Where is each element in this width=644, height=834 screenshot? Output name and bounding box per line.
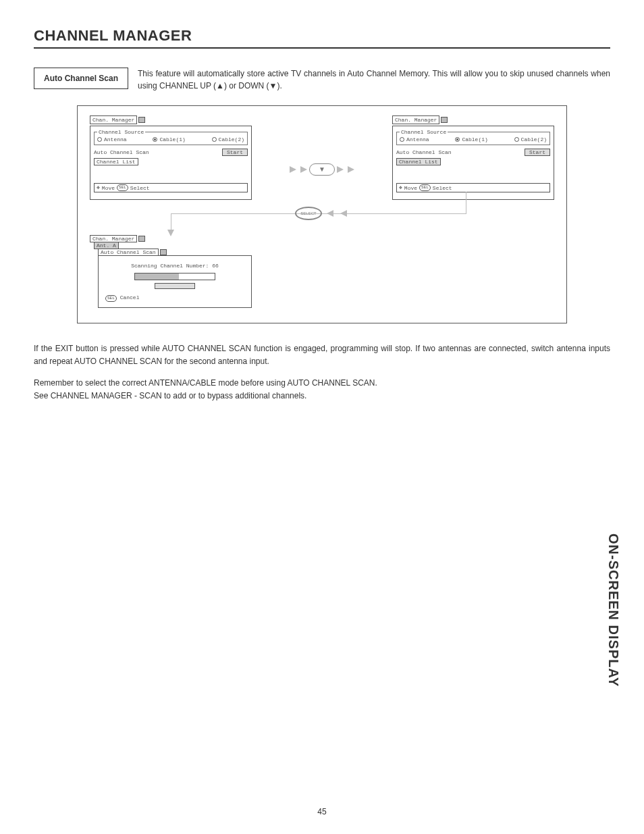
intro-row: Auto Channel Scan This feature will auto… [34,68,610,92]
diagram-panel: Chan. Manager Channel Source Antenna Cab… [77,105,567,323]
osd-right: Chan. Manager Channel Source Antenna Cab… [392,115,554,200]
auto-scan-label: Auto Channel Scan [94,149,149,155]
flow-arrow-right: ▼ [288,163,356,176]
channel-list-button[interactable]: Channel List [94,158,138,165]
auto-scan-label: Auto Channel Scan [396,149,452,155]
body-paragraph-2: Remember to select the correct ANTENNA/C… [34,377,610,402]
hint-bar: ✥ Move SEL Select [396,183,550,192]
side-section-label: ON-SCREEN DISPLAY [606,533,621,687]
channel-source-legend: Channel Source [400,129,448,135]
flow-connector: SELECT [90,199,554,232]
sel-pill: SEL [117,184,128,191]
scan-progress-bar [134,273,215,280]
cancel-label: Cancel [120,294,140,301]
radio-antenna[interactable]: Antenna [400,136,429,142]
channel-list-button[interactable]: Channel List [396,158,441,165]
radio-cable2[interactable]: Cable(2) [212,136,244,142]
start-button[interactable]: Start [525,149,550,156]
scan-progress-small [155,283,195,289]
flow-arrow-left-icon [327,210,333,217]
remote-select-key[interactable]: SELECT [295,207,322,220]
channel-source-group: Channel Source Antenna Cable(1) Cable(2) [396,129,550,145]
body-p2a: Remember to select the correct ANTENNA/C… [34,378,377,388]
radio-cable1[interactable]: Cable(1) [455,136,487,142]
channel-source-group: Channel Source Antenna Cable(1) Cable(2) [94,129,248,145]
hint-move: Move [102,185,115,191]
radio-cable1[interactable]: Cable(1) [153,136,185,142]
radio-antenna[interactable]: Antenna [97,136,127,142]
osd-title-marker [441,117,448,123]
radio-cable2[interactable]: Cable(2) [514,136,547,142]
radio-cable2-label: Cable(2) [521,136,547,142]
osd-title: Chan. Manager [392,115,439,124]
radio-cable1-label: Cable(1) [159,136,185,142]
start-button[interactable]: Start [222,149,248,156]
page-title: CHANNEL MANAGER [34,27,610,49]
hint-move: Move [404,185,417,191]
remote-down-key[interactable]: ▼ [309,163,335,176]
page-number: 45 [0,807,644,816]
scan-cancel-hint: SEL Cancel [105,294,244,302]
osd-left: Chan. Manager Channel Source Antenna Cab… [90,115,252,200]
hint-bar: ✥ Move SEL Select [94,183,248,192]
radio-cable1-label: Cable(1) [462,136,487,142]
scan-tab3: Auto Channel Scan [98,249,159,256]
move-icon: ✥ [97,185,100,190]
body-paragraph-1: If the EXIT button is pressed while AUTO… [34,342,610,367]
hint-select: Select [130,185,150,191]
scan-message: Scanning Channel Number: 66 [105,263,244,269]
hint-select: Select [433,185,452,191]
flow-arrow-down-icon [167,230,174,236]
radio-cable2-label: Cable(2) [219,136,244,142]
flow-arrow-left-icon [340,210,347,217]
osd-scanning: Chan. Manager Ant. A Auto Channel Scan S… [90,235,252,308]
radio-antenna-label: Antenna [104,136,127,142]
osd-title-marker [138,117,145,123]
radio-antenna-label: Antenna [406,136,429,142]
osd-title: Chan. Manager [90,115,137,124]
body-p2b: See CHANNEL MANAGER - SCAN to add or to … [34,391,306,400]
move-icon: ✥ [399,185,402,190]
sel-pill: SEL [105,295,117,302]
section-box-label: Auto Channel Scan [34,68,128,89]
intro-text: This feature will automatically store ac… [138,68,610,92]
channel-source-legend: Channel Source [97,129,145,135]
sel-pill: SEL [419,184,431,191]
